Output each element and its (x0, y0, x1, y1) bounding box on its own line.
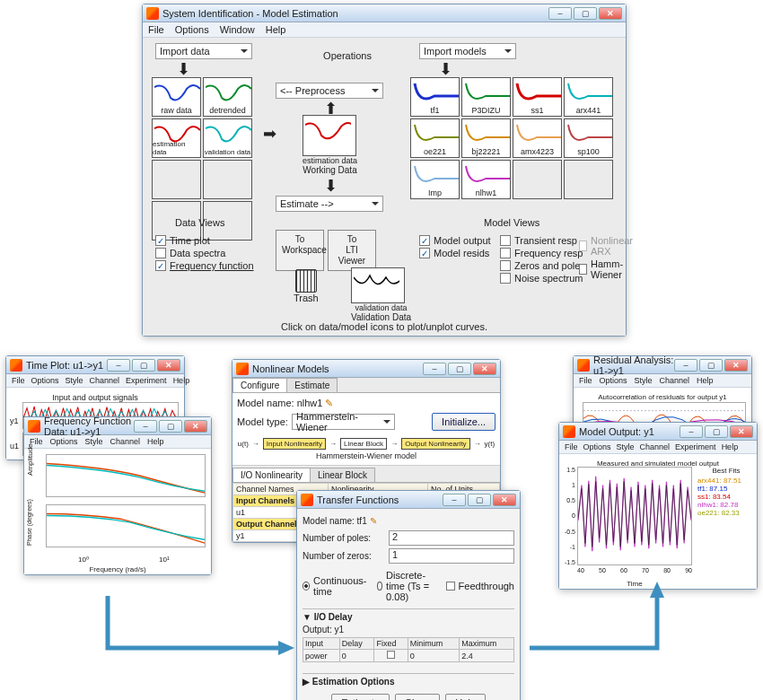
data-tile-empty[interactable] (203, 160, 252, 199)
menu-window[interactable]: Window (220, 24, 255, 35)
table-cell[interactable]: 0 (408, 650, 459, 662)
num-zeros-field[interactable]: 1 (389, 548, 514, 564)
menu-style[interactable]: Style (635, 376, 653, 385)
close-button[interactable]: ✕ (493, 494, 516, 506)
close-button[interactable]: ✕ (157, 359, 180, 372)
maximize-button[interactable]: ▢ (468, 494, 491, 506)
to-workspace-button[interactable]: ToWorkspace (276, 230, 324, 271)
minimize-button[interactable]: – (548, 7, 572, 20)
minimize-button[interactable]: – (134, 420, 157, 433)
minimize-button[interactable]: – (674, 359, 697, 372)
model-tile-tf1[interactable]: tf1 (410, 77, 460, 117)
menu-help[interactable]: Help (147, 437, 164, 446)
num-poles-field[interactable]: 2 (389, 530, 514, 546)
close-button[interactable]: ✕ (599, 7, 622, 20)
edit-icon[interactable]: ✎ (325, 398, 333, 408)
help-button[interactable]: Help (445, 694, 486, 700)
maximize-button[interactable]: ▢ (574, 7, 597, 20)
menu-options[interactable]: Options (31, 376, 59, 385)
maximize-button[interactable]: ▢ (159, 420, 182, 433)
minimize-button[interactable]: – (423, 363, 446, 375)
estimate-button[interactable]: Estimate (331, 694, 390, 700)
trash-icon[interactable] (295, 269, 317, 293)
menu-channel[interactable]: Channel (640, 442, 671, 451)
menu-options[interactable]: Options (600, 376, 627, 385)
chk-data-spectra[interactable]: Data spectra (155, 248, 254, 258)
table-cell-checkbox[interactable] (374, 650, 408, 662)
close-button[interactable]: ✕ (473, 363, 496, 375)
menu-help[interactable]: Help (722, 442, 739, 451)
close-button[interactable]: Close (395, 694, 440, 700)
minimize-button[interactable]: – (443, 494, 466, 506)
working-data-tile[interactable] (303, 115, 356, 156)
model-tile-nlhw1[interactable]: nlhw1 (461, 160, 511, 199)
chk-model-resids[interactable]: ✓Model resids (419, 248, 491, 258)
data-tile-raw[interactable]: raw data (152, 77, 201, 117)
chk-time-plot[interactable]: ✓Time plot (155, 235, 254, 246)
model-tile-arx441[interactable]: arx441 (564, 77, 613, 117)
maximize-button[interactable]: ▢ (705, 425, 728, 438)
io-delay-label[interactable]: I/O Delay (314, 612, 353, 622)
menu-options[interactable]: Options (583, 442, 611, 451)
close-button[interactable]: ✕ (730, 425, 753, 438)
table-cell[interactable]: power (303, 650, 340, 662)
maximize-button[interactable]: ▢ (448, 363, 471, 375)
close-button[interactable]: ✕ (184, 420, 207, 433)
chk-noise-spectrum[interactable]: Noise spectrum (500, 273, 585, 284)
menu-channel[interactable]: Channel (660, 376, 690, 385)
validation-data-tile[interactable] (351, 267, 405, 303)
model-tile-amx4223[interactable]: amx4223 (513, 118, 562, 158)
model-tile-bj22221[interactable]: bj22221 (461, 118, 511, 158)
tab-configure[interactable]: Configure (232, 378, 287, 392)
menu-help[interactable]: Help (266, 24, 286, 35)
chk-zeros-poles[interactable]: Zeros and poles (500, 260, 585, 271)
data-tile-validation[interactable]: validation data (203, 118, 252, 158)
to-lti-viewer-button[interactable]: ToLTI Viewer (328, 230, 376, 271)
tab-io-nonlinearity[interactable]: I/O Nonlinearity (232, 468, 311, 482)
menu-channel[interactable]: Channel (90, 376, 120, 385)
maximize-button[interactable]: ▢ (132, 359, 155, 372)
menu-style[interactable]: Style (66, 376, 83, 385)
model-tile-p3dizu[interactable]: P3DIZU (461, 77, 511, 117)
initialize-button[interactable]: Initialize... (432, 413, 496, 431)
close-button[interactable]: ✕ (724, 359, 748, 372)
menu-options[interactable]: Options (50, 437, 78, 446)
chk-freq-func[interactable]: ✓Frequency function (155, 260, 254, 271)
chk-model-output[interactable]: ✓Model output (419, 235, 491, 246)
menu-style[interactable]: Style (617, 442, 635, 451)
est-options-label[interactable]: Estimation Options (312, 677, 395, 687)
radio-discrete-time[interactable]: Discrete-time (Ts = 0.08) (377, 570, 436, 602)
data-tile-empty[interactable] (152, 160, 201, 199)
import-data-combo[interactable]: Import data (155, 43, 252, 59)
model-tile-empty[interactable] (564, 160, 613, 199)
data-tile-estimation[interactable]: estimation data (152, 118, 201, 158)
model-tile-oe221[interactable]: oe221 (410, 118, 460, 158)
menu-file[interactable]: File (579, 376, 592, 385)
menu-help[interactable]: Help (697, 376, 714, 385)
estimate-combo[interactable]: Estimate --> (276, 196, 383, 212)
menu-help[interactable]: Help (173, 376, 190, 385)
chk-hamm-wiener[interactable]: Hamm-Wiener (579, 258, 636, 280)
edit-icon[interactable]: ✎ (370, 516, 377, 526)
menu-style[interactable]: Style (85, 437, 103, 446)
chk-freq-resp[interactable]: Frequency resp (500, 248, 585, 258)
model-tile-sp100[interactable]: sp100 (564, 118, 613, 158)
chk-transient-resp[interactable]: Transient resp (500, 235, 585, 246)
preprocess-combo[interactable]: <-- Preprocess (276, 83, 383, 99)
data-tile-detrended[interactable]: detrended (203, 77, 252, 117)
table-cell[interactable]: 0 (339, 650, 374, 662)
chk-feedthrough[interactable]: Feedthrough (446, 570, 514, 602)
minimize-button[interactable]: – (680, 425, 703, 438)
model-tile-ss1[interactable]: ss1 (513, 77, 562, 117)
tab-estimate[interactable]: Estimate (286, 378, 338, 392)
table-cell[interactable]: 2.4 (460, 650, 514, 662)
menu-file[interactable]: File (148, 24, 164, 35)
model-tile-imp[interactable]: Imp (410, 160, 460, 199)
model-type-combo[interactable]: Hammerstein-Wiener (292, 414, 395, 430)
menu-experiment[interactable]: Experiment (126, 376, 167, 385)
menu-channel[interactable]: Channel (110, 437, 141, 446)
model-tile-empty[interactable] (513, 160, 562, 199)
tab-linear-block[interactable]: Linear Block (310, 468, 375, 482)
menu-file[interactable]: File (565, 442, 578, 451)
menu-experiment[interactable]: Experiment (675, 442, 716, 451)
